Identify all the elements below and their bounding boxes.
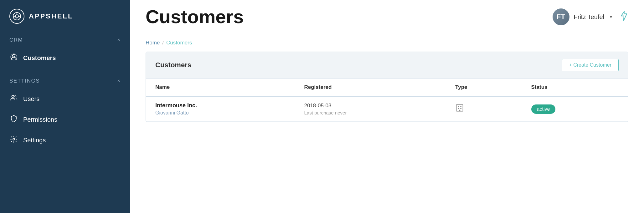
sidebar-item-users[interactable]: Users [0, 89, 130, 109]
customer-type-icon [455, 105, 464, 114]
users-icon [9, 94, 18, 104]
sidebar-item-users-label: Users [23, 95, 39, 103]
cell-name: Intermouse Inc. Giovanni Gatto [146, 96, 295, 122]
svg-rect-12 [458, 106, 459, 107]
top-bar-right: FT Fritz Teufel ▾ [553, 8, 628, 25]
sidebar-section-settings-label: SETTINGS [9, 78, 40, 84]
user-menu[interactable]: FT Fritz Teufel ▾ [553, 8, 612, 25]
table-row[interactable]: Intermouse Inc. Giovanni Gatto 2018-05-0… [146, 96, 628, 122]
sidebar-logo: APPSHELL [0, 0, 130, 33]
customers-card: Customers + Create Customer Name Registe… [146, 52, 628, 122]
cell-registered: 2018-05-03 Last purchase never [295, 96, 446, 122]
sidebar-item-customers-label: Customers [23, 54, 56, 62]
sidebar-item-customers[interactable]: Customers [0, 48, 130, 68]
customer-last-purchase: Last purchase never [304, 110, 436, 115]
sidebar-item-settings-label: Settings [23, 137, 46, 144]
lightning-icon[interactable] [620, 11, 628, 23]
customer-company-name: Intermouse Inc. [155, 102, 285, 109]
status-badge: active [531, 104, 556, 114]
col-status: Status [522, 79, 628, 96]
sidebar-item-permissions-label: Permissions [23, 116, 57, 123]
col-name: Name [146, 79, 295, 96]
svg-rect-14 [458, 108, 459, 109]
cell-status: active [522, 96, 628, 122]
user-dropdown-arrow: ▾ [610, 14, 612, 19]
card-area: Customers + Create Customer Name Registe… [130, 52, 644, 213]
svg-point-1 [15, 15, 18, 18]
svg-point-9 [15, 96, 16, 97]
cell-type [446, 96, 522, 122]
breadcrumb: Home / Customers [130, 34, 644, 52]
svg-point-10 [13, 138, 15, 140]
customer-contact-name: Giovanni Gatto [155, 110, 285, 116]
table-header: Name Registered Type Status [146, 79, 628, 96]
create-customer-button[interactable]: + Create Customer [562, 59, 619, 71]
sidebar: APPSHELL CRM × Customers SETTINGS × [0, 0, 130, 213]
page-title: Customers [146, 8, 244, 26]
main-content: Customers FT Fritz Teufel ▾ Home / Custo… [130, 0, 644, 213]
customer-registered-date: 2018-05-03 [304, 103, 436, 109]
sidebar-section-settings-close[interactable]: × [117, 78, 121, 84]
card-title: Customers [155, 61, 191, 69]
table-header-row: Name Registered Type Status [146, 79, 628, 96]
card-header: Customers + Create Customer [146, 52, 628, 79]
svg-rect-13 [460, 106, 461, 107]
breadcrumb-home[interactable]: Home [146, 40, 160, 46]
col-registered: Registered [295, 79, 446, 96]
settings-icon [9, 135, 18, 145]
sidebar-item-settings[interactable]: Settings [0, 130, 130, 150]
top-bar: Customers FT Fritz Teufel ▾ [130, 0, 644, 34]
svg-point-8 [12, 95, 14, 98]
sidebar-section-crm-close[interactable]: × [117, 37, 121, 43]
sidebar-section-crm: CRM × [0, 33, 130, 48]
svg-point-6 [13, 54, 15, 57]
app-logo-icon [9, 9, 24, 24]
sidebar-divider [0, 71, 130, 71]
user-name: Fritz Teufel [574, 13, 604, 21]
avatar: FT [553, 8, 569, 25]
customers-table: Name Registered Type Status Intermouse I… [146, 79, 628, 122]
svg-rect-15 [460, 108, 461, 109]
sidebar-section-settings: SETTINGS × [0, 74, 130, 89]
sidebar-section-crm-label: CRM [9, 37, 23, 43]
app-name: APPSHELL [29, 12, 73, 20]
breadcrumb-separator: / [162, 40, 164, 46]
svg-rect-16 [459, 110, 461, 111]
sidebar-item-permissions[interactable]: Permissions [0, 109, 130, 130]
breadcrumb-current: Customers [166, 40, 192, 46]
col-type: Type [446, 79, 522, 96]
permissions-icon [9, 115, 18, 124]
customers-icon [9, 53, 18, 63]
table-body: Intermouse Inc. Giovanni Gatto 2018-05-0… [146, 96, 628, 122]
